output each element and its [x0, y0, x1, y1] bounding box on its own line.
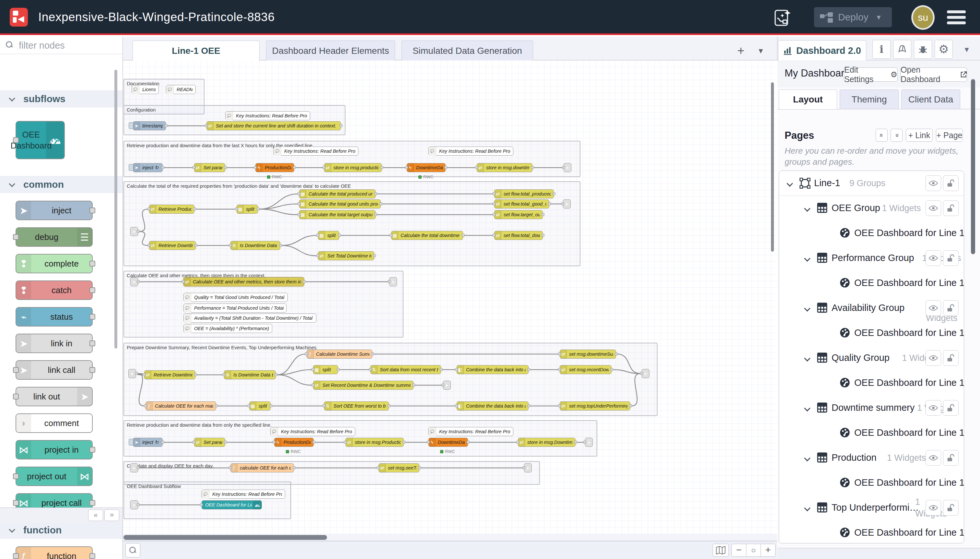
node-input-port[interactable] — [405, 166, 408, 169]
node-output-port[interactable] — [531, 166, 534, 169]
node-input-port[interactable] — [322, 166, 325, 169]
node-output-port[interactable] — [162, 166, 164, 169]
node-port[interactable] — [13, 137, 19, 143]
flow-node-comment[interactable]: Key Instructions: Read Before Proceeding — [274, 147, 358, 155]
tree-row-group-5[interactable]: Availability Group1 Widgets — [779, 296, 964, 321]
node-output-port[interactable] — [293, 166, 296, 169]
node-output-port[interactable] — [462, 234, 465, 237]
node-output-port[interactable] — [418, 466, 421, 469]
flow-node-split[interactable]: ▦Calculate the total downtime duration — [391, 231, 463, 240]
node-output-port[interactable] — [338, 234, 341, 237]
node-output-port[interactable] — [574, 441, 577, 443]
tree-row-group-11[interactable]: Production1 Widgets — [779, 445, 964, 470]
node-output-port[interactable] — [373, 254, 376, 257]
flow-node-inject[interactable]: ➤inject ↻ — [133, 438, 163, 447]
node-output-port[interactable] — [553, 192, 556, 195]
flow-node-join[interactable]: ◧Combine the data back into an array. — [457, 402, 529, 410]
node-output-port[interactable] — [303, 280, 305, 283]
node-port[interactable] — [137, 230, 140, 233]
node-input-port[interactable] — [427, 441, 430, 443]
visibility-toggle-button[interactable] — [926, 400, 941, 416]
inject-button[interactable] — [129, 164, 134, 171]
flow-node-inject[interactable]: ➤inject ↻ — [133, 163, 163, 172]
node-input-port[interactable] — [13, 500, 19, 506]
node-output-port[interactable] — [440, 368, 443, 371]
palette-filter[interactable]: filter nodes — [0, 36, 122, 54]
flow-node-comment[interactable]: Key Instructions: Read Before Proceeding — [429, 427, 513, 436]
add-flow-button[interactable]: + — [737, 44, 744, 58]
node-output-port[interactable] — [165, 124, 168, 127]
palette-scrollbar[interactable] — [114, 70, 117, 349]
palette-node-complete[interactable]: ❢complete — [16, 254, 93, 273]
flow-node-change[interactable]: ⇄set flow.total_produced_units — [494, 189, 554, 198]
flow-node-comment[interactable]: Key Instructions: Read Before Proceeding — [429, 147, 513, 155]
flow-node-change[interactable]: ⇄Retrieve Downtime Data — [144, 370, 195, 379]
link-out-node[interactable]: ➤ — [524, 463, 532, 473]
flow-node-comment[interactable]: Key Instructions: Read Before Proceeding — [201, 490, 285, 499]
link-in-node[interactable]: ➤ — [130, 463, 138, 473]
palette-node-function[interactable]: ƒfunction — [16, 546, 93, 559]
flow-node-function[interactable]: ƒCalculate Downtime Summery — [307, 349, 372, 359]
palette-node-OEE-Dashboard[interactable]: OEEDashboard — [16, 121, 65, 159]
settings-sidebar-button[interactable]: ⚙ — [935, 40, 953, 59]
node-output-port[interactable] — [340, 124, 343, 127]
node-output-port[interactable] — [388, 404, 391, 407]
flow-list-caret-icon[interactable]: ▾ — [759, 46, 763, 56]
link-out-node[interactable]: ➤ — [642, 369, 650, 378]
canvas-search-button[interactable] — [125, 543, 140, 557]
lock-toggle-button[interactable] — [943, 350, 959, 366]
zoom-reset-button[interactable]: ○ — [746, 544, 761, 557]
node-output-port[interactable] — [374, 213, 377, 216]
node-input-port[interactable] — [297, 192, 300, 195]
node-output-port[interactable] — [215, 404, 218, 407]
node-input-port[interactable] — [377, 466, 380, 469]
tree-row-widget-6[interactable]: OEE Dashboard for Line 1 — [779, 321, 964, 346]
flow-node-change[interactable]: ⇄Set params — [194, 438, 225, 447]
node-input-port[interactable] — [493, 192, 495, 195]
node-output-port[interactable] — [89, 447, 95, 453]
main-menu-icon[interactable] — [947, 10, 967, 25]
flow-node-change[interactable]: ⇄store in msg.ProductionData — [345, 438, 404, 447]
zoom-out-button[interactable]: − — [731, 544, 746, 557]
node-output-port[interactable] — [89, 553, 95, 559]
node-input-port[interactable] — [455, 368, 458, 371]
palette-section-subflows[interactable]: subflows — [0, 91, 122, 108]
flow-node-comment[interactable]: README — [166, 85, 196, 94]
edit-settings-button[interactable]: Edit Settings⚙ — [844, 68, 898, 82]
node-input-port[interactable] — [558, 368, 561, 371]
link-in-node[interactable]: ➤ — [130, 277, 138, 286]
zoom-in-button[interactable]: + — [761, 544, 775, 557]
node-output-port[interactable] — [610, 368, 613, 371]
link-in-node[interactable]: ➤ — [130, 227, 138, 236]
flow-node-orange[interactable]: ϟDowntimeData — [429, 438, 468, 447]
expand-all-button[interactable]: « — [891, 129, 902, 142]
node-output-port[interactable] — [89, 314, 95, 320]
lock-toggle-button[interactable] — [943, 450, 959, 466]
tree-row-group-7[interactable]: Quality Group1 Widgets — [779, 346, 964, 370]
node-port[interactable] — [583, 441, 586, 443]
node-input-port[interactable] — [312, 384, 314, 387]
flow-node-orange[interactable]: ϟDowntimeData — [407, 163, 445, 172]
node-port[interactable] — [640, 372, 643, 375]
node-input-port[interactable] — [182, 280, 185, 283]
flow-node-split[interactable]: ▦Calculate the total good units produced… — [299, 199, 381, 208]
node-input-port[interactable] — [297, 213, 300, 216]
chevron-down-icon[interactable] — [804, 405, 810, 412]
node-output-port[interactable] — [224, 441, 227, 443]
palette-node-comment[interactable]: ◗comment — [16, 413, 93, 433]
tree-row-group-3[interactable]: Performance Group1 Widgets — [779, 246, 964, 271]
node-input-port[interactable] — [493, 202, 495, 205]
palette-node-status[interactable]: ⌁status — [16, 307, 93, 326]
lock-toggle-button[interactable] — [943, 300, 959, 316]
flow-node-orange[interactable]: ϟProductionData — [274, 438, 314, 447]
node-port[interactable] — [135, 372, 138, 375]
flow-node-change[interactable]: ⇄set flow.total_good_units — [494, 199, 549, 208]
node-input-port[interactable] — [558, 352, 561, 356]
node-input-port[interactable] — [558, 404, 561, 407]
flow-node-split[interactable]: ▦Calculate the total produced units toda… — [299, 189, 376, 198]
palette-collapse-all-button[interactable]: « — [88, 509, 103, 521]
node-input-port[interactable] — [229, 466, 232, 469]
flow-node-change[interactable]: ⇄set flow.target_output — [494, 210, 543, 219]
tab-dashboard-2[interactable]: Dashboard 2.0 — [778, 40, 866, 61]
add-page-button[interactable]: + Page — [936, 129, 963, 142]
